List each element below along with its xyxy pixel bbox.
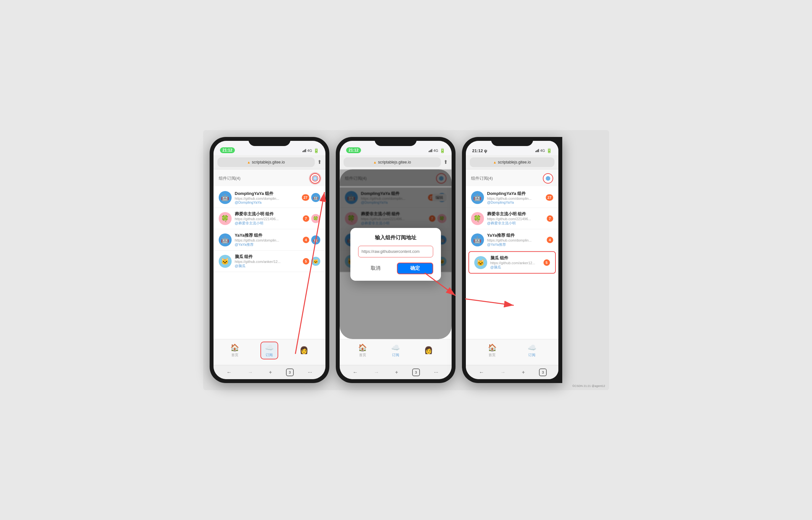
nav-subscribe-2[interactable]: ☁️ 订阅	[391, 343, 400, 358]
sub-item-1-2[interactable]: 🍀 葬爱非主流小明 组件 https://github.com/221496..…	[214, 208, 326, 229]
avatar-3-1: 🤖	[471, 191, 484, 204]
add-button-1[interactable]	[310, 173, 320, 184]
bottom-nav-1: 🏠 首页 ☁️ 订阅 👩	[214, 339, 326, 365]
nav-avatar-2[interactable]: 👩	[424, 346, 433, 355]
new-tab-button-2[interactable]: +	[393, 367, 400, 377]
back-button-2[interactable]: ←	[351, 367, 360, 377]
sub-title-1: 组件订阅(4)	[219, 176, 241, 181]
item-right-1-3: 4 🤖	[303, 235, 320, 244]
sub-header-3: 组件订阅(4)	[466, 170, 558, 186]
notch-3	[491, 137, 533, 146]
back-button-3[interactable]: ←	[477, 367, 486, 377]
signal-bars-2	[429, 149, 432, 152]
notch-1	[248, 137, 290, 146]
item-author-3-2: @葬爱非主流小明	[487, 221, 543, 226]
tab-count-2[interactable]: 3	[412, 368, 420, 376]
item-right-3-3: 4	[547, 237, 553, 243]
subscribe-icon-1: ☁️	[265, 343, 274, 352]
notch-2	[374, 137, 417, 146]
dialog-input-2[interactable]	[358, 246, 433, 257]
count-badge-1-3: 4	[303, 237, 309, 243]
confirm-button-2[interactable]: 确定	[397, 263, 433, 274]
nav-subscribe-1[interactable]: ☁️ 订阅	[260, 342, 278, 359]
status-time-2: 21:12	[346, 147, 361, 153]
add-button-3[interactable]	[543, 173, 553, 184]
nav-subscribe-3[interactable]: ☁️ 订阅	[528, 343, 536, 358]
forward-button-3[interactable]: →	[499, 367, 508, 377]
item-small-avatar-1-4: 🐱	[311, 257, 320, 266]
menu-button-2[interactable]: ···	[432, 367, 440, 377]
network-type-2: 4G	[433, 149, 438, 153]
new-tab-button-3[interactable]: +	[520, 367, 527, 377]
browser-bottom-1: ← → + 3 ···	[214, 365, 326, 379]
status-icons-2: 4G 🔋	[429, 148, 445, 153]
dialog-box-2: 输入组件订阅地址 取消 确定	[351, 228, 441, 281]
tab-count-1[interactable]: 3	[286, 368, 294, 376]
browser-bar-2: ▲ scriptablejs.gitee.io ⬆	[340, 155, 452, 170]
phone-2: 21:12 4G 🔋 ▲	[336, 137, 455, 383]
dialog-overlay-2: 输入组件订阅地址 取消 确定	[340, 170, 452, 339]
nav-home-1[interactable]: 🏠 首页	[230, 343, 239, 358]
forward-button-1[interactable]: →	[246, 367, 255, 377]
item-author-3-1: @DomplingYaYa	[487, 201, 543, 204]
item-author-1-4: @脑瓜	[235, 264, 300, 268]
item-info-1-3: YaYa推荐 组件 https://github.com/domplin... …	[235, 232, 300, 247]
avatar-icon-2: 👩	[424, 346, 433, 355]
sub-title-3: 组件订阅(4)	[471, 176, 493, 181]
url-bar-2[interactable]: ▲ scriptablejs.gitee.io	[343, 157, 441, 167]
share-icon-2[interactable]: ⬆	[444, 159, 448, 165]
phone-1: 21:12 4G 🔋 ▲	[209, 137, 329, 383]
nav-avatar-1[interactable]: 👩	[300, 346, 308, 355]
avatar-icon-1: 👩	[300, 346, 308, 355]
url-warning-3: ▲	[493, 160, 497, 164]
nav-home-3[interactable]: 🏠 首页	[488, 343, 497, 358]
item-name-1-1: DomplingYaYa 组件	[235, 191, 299, 197]
home-icon-3: 🏠	[488, 343, 497, 352]
phone-inner-1: 21:12 4G 🔋 ▲	[214, 141, 326, 379]
item-author-1-3: @YaYa推荐	[235, 242, 300, 247]
item-name-3-1: DomplingYaYa 组件	[487, 191, 543, 197]
sub-list-1: 🤖 DomplingYaYa 组件 https://github.com/dom…	[214, 186, 326, 273]
home-icon-1: 🏠	[230, 343, 239, 352]
share-icon-1[interactable]: ⬆	[317, 159, 321, 165]
new-tab-button-1[interactable]: +	[267, 367, 274, 377]
url-bar-1[interactable]: ▲ scriptablejs.gitee.io	[217, 157, 315, 167]
sub-item-3-2[interactable]: 🍀 葬爱非主流小明 组件 https://github.com/221496..…	[466, 208, 558, 229]
count-badge-3-3: 4	[547, 237, 553, 243]
signal-bar-3	[304, 150, 305, 152]
avatar-3-4: 🐱	[474, 256, 487, 269]
item-info-1-4: 脑瓜 组件 https://github.com/anker/12... @脑瓜	[235, 254, 300, 268]
phone-3: 21:12 ψ 4G 🔋 ▲	[462, 137, 562, 383]
url-bar-3[interactable]: ▲ scriptablejs.gitee.io	[470, 157, 555, 167]
watermark: ©CSDN 21:21 @agent12	[572, 384, 605, 388]
back-button-1[interactable]: ←	[225, 367, 233, 377]
sub-item-1-4[interactable]: 🐱 脑瓜 组件 https://github.com/anker/12... @…	[214, 251, 326, 272]
url-text-1: scriptablejs.gitee.io	[252, 160, 285, 164]
cancel-button-2[interactable]: 取消	[358, 263, 393, 274]
nav-home-2[interactable]: 🏠 首页	[358, 343, 367, 358]
item-author-1-1: @DomplingYaYa	[235, 201, 299, 204]
network-type-3: 4G	[540, 149, 545, 153]
item-name-3-2: 葬爱非主流小明 组件	[487, 211, 543, 217]
sub-item-1-1[interactable]: 🤖 DomplingYaYa 组件 https://github.com/dom…	[214, 187, 326, 208]
forward-button-2[interactable]: →	[372, 367, 381, 377]
sub-item-1-3[interactable]: 🤖 YaYa推荐 组件 https://github.com/domplin..…	[214, 229, 326, 251]
count-badge-3-2: 7	[547, 215, 553, 222]
nav-subscribe-label-3: 订阅	[528, 353, 535, 358]
network-type-1: 4G	[307, 149, 312, 153]
tab-count-3[interactable]: 3	[539, 368, 547, 376]
nav-subscribe-label-1: 订阅	[265, 353, 273, 358]
count-badge-3-4: 5	[543, 259, 550, 266]
avatar-1-1: 🤖	[219, 191, 232, 204]
menu-button-1[interactable]: ···	[306, 367, 314, 377]
sub-item-3-1[interactable]: 🤖 DomplingYaYa 组件 https://github.com/dom…	[466, 187, 558, 208]
sub-item-3-4[interactable]: 🐱 脑瓜 组件 https://github.com/anker12... @脑…	[469, 251, 556, 274]
content-area-2: 组件订阅(4) 🤖 DomplingYaYa 组	[340, 170, 452, 339]
item-right-3-2: 7	[547, 215, 553, 222]
phones-wrapper: 21:12 4G 🔋 ▲	[209, 137, 562, 383]
sub-item-3-3[interactable]: 🤖 YaYa推荐 组件 https://github.com/domplin..…	[466, 229, 558, 251]
sub-header-1: 组件订阅(4)	[214, 170, 326, 186]
nav-subscribe-label-2: 订阅	[392, 353, 399, 358]
item-name-3-3: YaYa推荐 组件	[487, 232, 543, 238]
item-author-3-3: @YaYa推荐	[487, 242, 543, 247]
